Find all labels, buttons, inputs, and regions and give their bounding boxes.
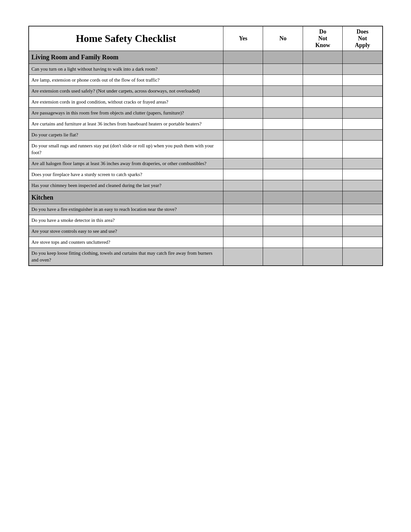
yes-cell[interactable] xyxy=(223,180,263,191)
yes-cell[interactable] xyxy=(223,226,263,237)
doesnotapply-cell[interactable] xyxy=(343,204,383,215)
no-cell[interactable] xyxy=(263,169,303,180)
question-cell: Do you have a smoke detector in this are… xyxy=(29,215,223,226)
title-cell: Home Safety Checklist xyxy=(29,26,223,51)
header-row: Home Safety Checklist Yes No DoNotKnow D… xyxy=(29,26,383,51)
table-row: Are lamp, extension or phone cords out o… xyxy=(29,75,383,86)
yes-cell[interactable] xyxy=(223,86,263,97)
section-title: Living Room and Family Room xyxy=(29,51,223,64)
question-cell: Do your small rugs and runners stay put … xyxy=(29,141,223,158)
col-header-doesnotapply: DoesNotApply xyxy=(343,26,383,51)
no-cell[interactable] xyxy=(263,64,303,75)
yes-cell[interactable] xyxy=(223,141,263,158)
table-row: Has your chimney been inspected and clea… xyxy=(29,180,383,191)
donotknow-cell[interactable] xyxy=(303,237,343,248)
yes-cell[interactable] xyxy=(223,119,263,130)
yes-cell[interactable] xyxy=(223,158,263,169)
yes-cell[interactable] xyxy=(223,248,263,266)
donotknow-cell[interactable] xyxy=(303,130,343,141)
yes-cell[interactable] xyxy=(223,215,263,226)
donotknow-cell[interactable] xyxy=(303,204,343,215)
table-row: Do you keep loose fitting clothing, towe… xyxy=(29,248,383,266)
no-cell[interactable] xyxy=(263,180,303,191)
donotknow-cell[interactable] xyxy=(303,180,343,191)
yes-cell[interactable] xyxy=(223,169,263,180)
question-cell: Are stove tops and counters uncluttered? xyxy=(29,237,223,248)
donotknow-cell[interactable] xyxy=(303,158,343,169)
section-yes-cell xyxy=(223,51,263,64)
no-cell[interactable] xyxy=(263,248,303,266)
donotknow-cell[interactable] xyxy=(303,226,343,237)
doesnotapply-cell[interactable] xyxy=(343,158,383,169)
no-cell[interactable] xyxy=(263,237,303,248)
section-header-row: Living Room and Family Room xyxy=(29,51,383,64)
donotknow-cell[interactable] xyxy=(303,75,343,86)
section-yes-cell xyxy=(223,191,263,204)
question-cell: Does your fireplace have a sturdy screen… xyxy=(29,169,223,180)
table-row: Are extension cords in good condition, w… xyxy=(29,97,383,108)
doesnotapply-cell[interactable] xyxy=(343,226,383,237)
donotknow-cell[interactable] xyxy=(303,141,343,158)
doesnotapply-cell[interactable] xyxy=(343,119,383,130)
question-cell: Are passageways in this room free from o… xyxy=(29,108,223,119)
question-cell: Are extension cords used safely? (Not un… xyxy=(29,86,223,97)
doesnotapply-cell[interactable] xyxy=(343,237,383,248)
section-donotknow-cell xyxy=(303,191,343,204)
no-cell[interactable] xyxy=(263,226,303,237)
section-doesnotapply-cell xyxy=(343,51,383,64)
donotknow-cell[interactable] xyxy=(303,97,343,108)
yes-cell[interactable] xyxy=(223,97,263,108)
question-cell: Are curtains and furniture at least 36 i… xyxy=(29,119,223,130)
donotknow-cell[interactable] xyxy=(303,119,343,130)
no-cell[interactable] xyxy=(263,204,303,215)
doesnotapply-cell[interactable] xyxy=(343,180,383,191)
no-cell[interactable] xyxy=(263,130,303,141)
donotknow-cell[interactable] xyxy=(303,86,343,97)
doesnotapply-cell[interactable] xyxy=(343,130,383,141)
yes-cell[interactable] xyxy=(223,237,263,248)
donotknow-cell[interactable] xyxy=(303,64,343,75)
yes-cell[interactable] xyxy=(223,108,263,119)
doesnotapply-cell[interactable] xyxy=(343,64,383,75)
col-header-donotknow: DoNotKnow xyxy=(303,26,343,51)
table-row: Are all halogen floor lamps at least 36 … xyxy=(29,158,383,169)
donotknow-cell[interactable] xyxy=(303,169,343,180)
doesnotapply-cell[interactable] xyxy=(343,248,383,266)
question-cell: Do you keep loose fitting clothing, towe… xyxy=(29,248,223,266)
no-cell[interactable] xyxy=(263,97,303,108)
no-cell[interactable] xyxy=(263,141,303,158)
doesnotapply-cell[interactable] xyxy=(343,108,383,119)
donotknow-cell[interactable] xyxy=(303,248,343,266)
no-cell[interactable] xyxy=(263,215,303,226)
question-cell: Has your chimney been inspected and clea… xyxy=(29,180,223,191)
section-donotknow-cell xyxy=(303,51,343,64)
doesnotapply-cell[interactable] xyxy=(343,169,383,180)
do-not-know-label: DoNotKnow xyxy=(315,28,330,48)
table-row: Can you turn on a light without having t… xyxy=(29,64,383,75)
section-title: Kitchen xyxy=(29,191,223,204)
col-header-no: No xyxy=(263,26,303,51)
section-doesnotapply-cell xyxy=(343,191,383,204)
donotknow-cell[interactable] xyxy=(303,215,343,226)
checklist-table: Home Safety Checklist Yes No DoNotKnow D… xyxy=(28,26,383,266)
yes-cell[interactable] xyxy=(223,130,263,141)
no-cell[interactable] xyxy=(263,75,303,86)
doesnotapply-cell[interactable] xyxy=(343,86,383,97)
yes-cell[interactable] xyxy=(223,64,263,75)
doesnotapply-cell[interactable] xyxy=(343,75,383,86)
question-cell: Are extension cords in good condition, w… xyxy=(29,97,223,108)
doesnotapply-cell[interactable] xyxy=(343,97,383,108)
donotknow-cell[interactable] xyxy=(303,108,343,119)
table-row: Do you have a smoke detector in this are… xyxy=(29,215,383,226)
page-title: Home Safety Checklist xyxy=(76,33,176,44)
yes-cell[interactable] xyxy=(223,75,263,86)
no-cell[interactable] xyxy=(263,86,303,97)
table-row: Do you have a fire extinguisher in an ea… xyxy=(29,204,383,215)
no-cell[interactable] xyxy=(263,158,303,169)
yes-cell[interactable] xyxy=(223,204,263,215)
no-cell[interactable] xyxy=(263,119,303,130)
doesnotapply-cell[interactable] xyxy=(343,141,383,158)
doesnotapply-cell[interactable] xyxy=(343,215,383,226)
no-cell[interactable] xyxy=(263,108,303,119)
question-cell: Do you have a fire extinguisher in an ea… xyxy=(29,204,223,215)
